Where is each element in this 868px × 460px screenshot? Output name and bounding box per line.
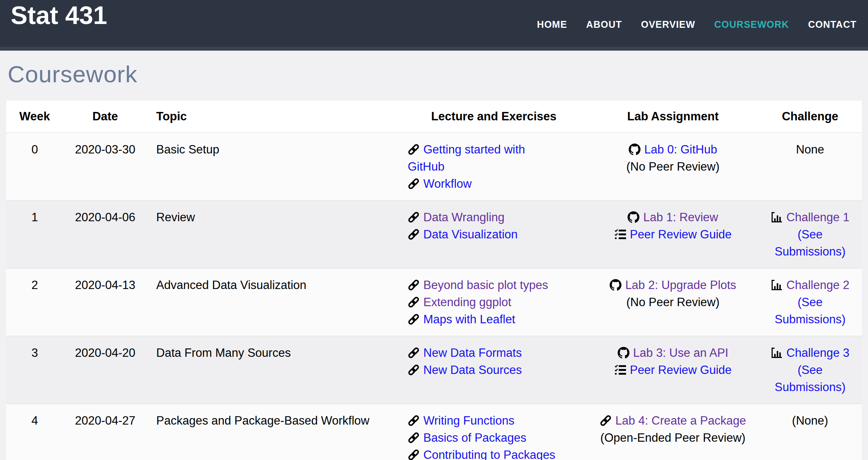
lab-line: Lab 0: GitHub xyxy=(594,141,752,158)
nav-item-overview[interactable]: OVERVIEW xyxy=(641,19,695,30)
site-brand[interactable]: Stat 431 xyxy=(11,0,107,29)
lab-line: (No Peer Review) xyxy=(594,294,752,311)
column-header-week: Week xyxy=(6,101,63,133)
lab-link[interactable]: Peer Review Guide xyxy=(630,228,732,241)
lab-cell: Lab 4: Create a Package(Open-Ended Peer … xyxy=(588,404,758,460)
table-row: 1 2020-04-06 Review Data WranglingData V… xyxy=(6,201,862,268)
lecture-link[interactable]: Extending ggplot xyxy=(423,295,511,309)
lab-link[interactable]: Lab 1: Review xyxy=(643,211,718,224)
lab-link[interactable]: Lab 0: GitHub xyxy=(644,143,717,156)
challenge-line: Challenge 1 xyxy=(771,211,849,224)
lab-line: Lab 3: Use an API xyxy=(594,344,752,361)
navbar-strip xyxy=(0,47,868,51)
lab-cell: Lab 0: GitHub(No Peer Review) xyxy=(588,133,758,201)
topic-cell: Packages and Package-Based Workflow xyxy=(147,404,400,460)
lab-cell: Lab 3: Use an APIPeer Review Guide xyxy=(588,336,758,404)
lecture-line: Data Wrangling xyxy=(408,209,561,226)
date-cell: 2020-04-13 xyxy=(63,268,147,336)
lecture-link[interactable]: Workflow xyxy=(423,177,472,190)
lab-cell: Lab 1: ReviewPeer Review Guide xyxy=(588,201,758,268)
lab-note: (No Peer Review) xyxy=(626,160,720,173)
challenge-note: (None) xyxy=(792,414,828,427)
lab-line: Lab 2: Upgrade Plots xyxy=(594,276,752,294)
link-icon xyxy=(408,211,420,223)
lab-link[interactable]: Lab 3: Use an API xyxy=(633,346,729,359)
challenge-cell: (None) xyxy=(758,404,862,460)
lab-cell: Lab 2: Upgrade Plots(No Peer Review) xyxy=(588,268,758,336)
link-icon xyxy=(408,449,420,460)
lecture-link[interactable]: Contributing to Packages xyxy=(423,448,555,460)
link-icon xyxy=(600,415,612,426)
table-row: 3 2020-04-20 Data From Many Sources New … xyxy=(6,336,862,404)
challenge-link[interactable]: Challenge 1 xyxy=(786,211,849,224)
date-cell: 2020-04-06 xyxy=(63,201,147,268)
github-icon xyxy=(628,211,639,223)
lecture-link[interactable]: Getting started with GitHub xyxy=(408,143,525,173)
lab-link[interactable]: Peer Review Guide xyxy=(630,363,732,377)
table-row: 0 2020-03-30 Basic Setup Getting started… xyxy=(6,133,862,201)
lecture-link[interactable]: New Data Formats xyxy=(423,346,522,359)
link-icon xyxy=(408,279,420,291)
lecture-line: Writing Functions xyxy=(408,412,561,429)
link-icon xyxy=(408,364,420,376)
lecture-line: Basics of Packages xyxy=(408,429,561,446)
column-header-lab-assignment: Lab Assignment xyxy=(588,101,758,133)
lab-line: Peer Review Guide xyxy=(594,226,752,243)
link-icon xyxy=(408,178,420,190)
challenge-link[interactable]: Challenge 3 xyxy=(786,346,849,359)
challenge-link[interactable]: Challenge 2 xyxy=(786,278,849,292)
table-header: WeekDateTopicLecture and ExercisesLab As… xyxy=(6,101,862,133)
lecture-line: New Data Formats xyxy=(408,344,561,361)
lecture-line: Getting started with GitHub xyxy=(408,141,561,175)
lecture-line: Beyond basic plot types xyxy=(408,276,561,294)
column-header-challenge: Challenge xyxy=(758,101,862,133)
lecture-link[interactable]: Data Wrangling xyxy=(423,211,504,224)
nav-item-contact[interactable]: CONTACT xyxy=(808,19,857,30)
challenge-link[interactable]: (See Submissions) xyxy=(775,295,846,326)
column-header-lecture-and-exercises: Lecture and Exercises xyxy=(400,101,588,133)
week-cell: 2 xyxy=(6,268,63,336)
challenge-line: (None) xyxy=(792,414,828,427)
date-cell: 2020-04-20 xyxy=(63,336,147,404)
lecture-cell: Getting started with GitHubWorkflow xyxy=(400,133,588,201)
link-icon xyxy=(408,296,420,308)
lecture-link[interactable]: Beyond basic plot types xyxy=(423,278,548,292)
nav-item-home[interactable]: HOME xyxy=(537,19,567,30)
tasks-icon xyxy=(614,364,626,376)
top-navbar: Stat 431 HOMEABOUTOVERVIEWCOURSEWORKCONT… xyxy=(0,0,868,47)
chart-icon xyxy=(771,347,783,359)
challenge-link[interactable]: (See Submissions) xyxy=(775,363,846,394)
main-nav: HOMEABOUTOVERVIEWCOURSEWORKCONTACT xyxy=(537,0,857,30)
challenge-cell: None xyxy=(758,133,862,201)
lecture-link[interactable]: Basics of Packages xyxy=(423,431,527,444)
lecture-link[interactable]: Data Visualization xyxy=(423,228,518,241)
date-cell: 2020-03-30 xyxy=(63,133,147,201)
lecture-line: Extending ggplot xyxy=(408,294,561,311)
lecture-line: Data Visualization xyxy=(408,226,561,243)
nav-item-about[interactable]: ABOUT xyxy=(586,19,622,30)
challenge-note: None xyxy=(796,143,824,156)
lab-link[interactable]: Lab 4: Create a Package xyxy=(615,414,746,427)
topic-cell: Review xyxy=(147,201,400,268)
lab-line: Lab 4: Create a Package xyxy=(594,412,752,429)
coursework-table: WeekDateTopicLecture and ExercisesLab As… xyxy=(6,101,862,460)
challenge-link[interactable]: (See Submissions) xyxy=(775,228,846,258)
nav-item-coursework[interactable]: COURSEWORK xyxy=(714,19,789,30)
week-cell: 1 xyxy=(6,201,63,268)
chart-icon xyxy=(771,279,783,291)
challenge-line: Challenge 3 xyxy=(771,346,849,359)
lecture-link[interactable]: New Data Sources xyxy=(423,363,522,377)
link-icon xyxy=(408,144,420,155)
lab-line: (Open-Ended Peer Review) xyxy=(594,429,752,446)
page-title: Coursework xyxy=(0,51,868,101)
lab-link[interactable]: Lab 2: Upgrade Plots xyxy=(625,278,736,292)
challenge-cell: Challenge 2 (See Submissions) xyxy=(758,268,862,336)
challenge-line: None xyxy=(796,143,824,156)
lecture-line: Maps with Leaflet xyxy=(408,311,561,328)
lecture-link[interactable]: Maps with Leaflet xyxy=(423,313,515,326)
link-icon xyxy=(408,347,420,359)
link-icon xyxy=(408,228,420,240)
lecture-link[interactable]: Writing Functions xyxy=(423,414,514,427)
lecture-line: New Data Sources xyxy=(408,361,561,379)
topic-cell: Data From Many Sources xyxy=(147,336,400,404)
